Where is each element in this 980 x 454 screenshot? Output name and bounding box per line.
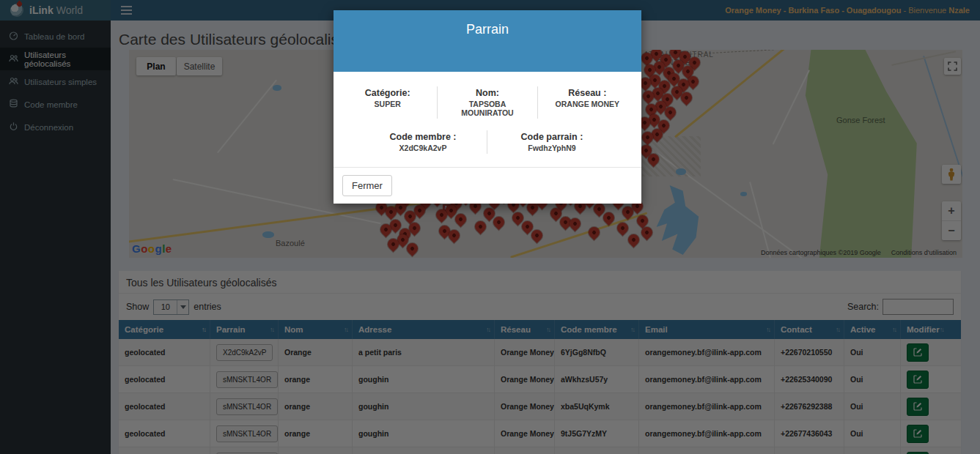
modal-title: Parrain [334, 22, 641, 37]
modal-body: Catégorie:SUPERNom:TAPSOBA MOUNIRATOURés… [334, 72, 641, 167]
close-modal-button[interactable]: Fermer [342, 175, 392, 196]
modal-field-r-seau: Réseau :ORANGE MONEY [537, 86, 637, 119]
modal-field-cat-gorie: Catégorie:SUPER [338, 86, 437, 119]
modal-field-code-membre: Code membre :X2dC9kA2vP [359, 130, 487, 154]
modal-field-code-parrain: Code parrain :FwdhzYphN9 [487, 130, 616, 154]
modal-fields-row2: Code membre :X2dC9kA2vPCode parrain :Fwd… [359, 130, 616, 154]
modal-fields-row1: Catégorie:SUPERNom:TAPSOBA MOUNIRATOURés… [338, 86, 637, 119]
parrain-modal: Parrain Catégorie:SUPERNom:TAPSOBA MOUNI… [334, 10, 641, 204]
modal-footer: Fermer [334, 167, 641, 204]
modal-header: Parrain [334, 10, 641, 72]
modal-field-nom: Nom:TAPSOBA MOUNIRATOU [437, 86, 537, 119]
